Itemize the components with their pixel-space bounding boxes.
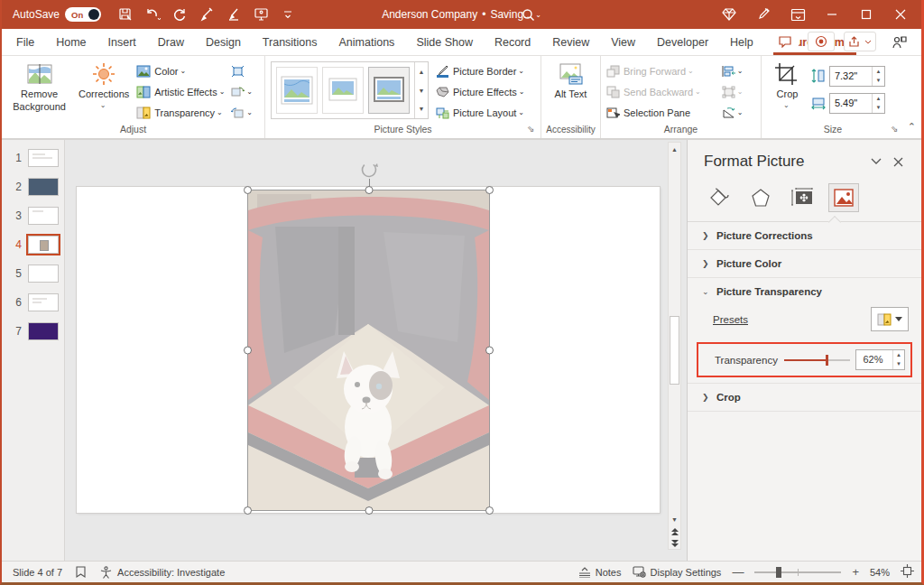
picture-style-thumb[interactable] bbox=[322, 67, 364, 114]
effects-tab-pentagon-icon[interactable] bbox=[745, 183, 776, 212]
search-icon[interactable] bbox=[516, 4, 540, 25]
alt-text-button[interactable]: Alt Text bbox=[549, 60, 594, 123]
designer-icon[interactable] bbox=[716, 1, 743, 28]
slide-thumbnail-1[interactable]: 1 bbox=[2, 149, 64, 167]
slide-thumbnail-6[interactable]: 6 bbox=[2, 293, 64, 311]
rotate-objects-icon[interactable]: ⌄ bbox=[722, 103, 755, 122]
gallery-more-icon[interactable]: ▼ bbox=[415, 99, 428, 118]
section-picture-color[interactable]: ❯ Picture Color bbox=[688, 250, 921, 278]
gallery-down-icon[interactable]: ▼ bbox=[415, 81, 428, 100]
reset-picture-icon[interactable]: ⌄ bbox=[231, 103, 259, 122]
fit-to-window-icon[interactable] bbox=[901, 564, 914, 580]
slide-thumb-image[interactable] bbox=[28, 178, 59, 196]
slider-handle[interactable] bbox=[826, 355, 828, 366]
redo-icon[interactable] bbox=[168, 3, 191, 26]
picture-styles-gallery[interactable]: ▲ ▼ ▼ bbox=[271, 61, 429, 119]
presets-dropdown[interactable] bbox=[871, 307, 909, 331]
rotate-handle-icon[interactable] bbox=[359, 160, 379, 180]
maximize-button[interactable] bbox=[853, 1, 880, 28]
section-crop[interactable]: ❯ Crop bbox=[688, 383, 921, 412]
tab-review[interactable]: Review bbox=[541, 29, 600, 55]
tab-home[interactable]: Home bbox=[45, 29, 97, 55]
size-dialog-launcher-icon[interactable]: ⇘ bbox=[891, 125, 901, 135]
scrollbar-track[interactable] bbox=[669, 155, 680, 513]
display-settings-button[interactable]: Display Settings bbox=[633, 566, 722, 578]
spell-check-icon[interactable] bbox=[75, 566, 87, 579]
picture-style-thumb[interactable] bbox=[276, 67, 318, 114]
picture-tab-icon[interactable] bbox=[828, 183, 859, 212]
slide-thumbnail-2[interactable]: 2 bbox=[2, 178, 64, 196]
panel-chevron-down-icon[interactable] bbox=[865, 153, 887, 171]
height-value[interactable]: 7.32" bbox=[830, 67, 872, 86]
slide-thumbnail-5[interactable]: 5 bbox=[2, 265, 64, 283]
next-slide-icon[interactable] bbox=[669, 537, 680, 549]
format-painter-icon[interactable] bbox=[195, 3, 218, 26]
tab-transitions[interactable]: Transitions bbox=[252, 29, 328, 55]
width-spinner[interactable]: 5.49" ▲▼ bbox=[829, 93, 885, 114]
notes-button[interactable]: Notes bbox=[578, 567, 622, 578]
transparency-button[interactable]: Transparency ⌄ bbox=[136, 103, 227, 122]
slide-thumbnail-4-selected[interactable]: 4 bbox=[2, 236, 64, 254]
resize-handle-sw[interactable] bbox=[244, 506, 252, 515]
slide-thumbnail-7[interactable]: 7 bbox=[2, 322, 64, 340]
section-picture-corrections[interactable]: ❯ Picture Corrections bbox=[688, 222, 921, 250]
resize-handle-se[interactable] bbox=[485, 506, 494, 515]
picture-layout-button[interactable]: Picture Layout ⌄ bbox=[436, 103, 533, 122]
width-up-icon[interactable]: ▲ bbox=[873, 94, 884, 104]
tab-animations[interactable]: Animations bbox=[328, 29, 406, 55]
picture-border-button[interactable]: Picture Border ⌄ bbox=[436, 61, 533, 80]
tab-help[interactable]: Help bbox=[719, 29, 764, 55]
gallery-scroll[interactable]: ▲ ▼ ▼ bbox=[414, 62, 428, 118]
color-button[interactable]: Color ⌄ bbox=[136, 61, 227, 80]
gallery-up-icon[interactable]: ▲ bbox=[415, 62, 428, 81]
bring-forward-button[interactable]: Bring Forward ⌄ bbox=[606, 61, 718, 80]
tab-file[interactable]: File bbox=[2, 29, 45, 55]
presenter-coach-icon[interactable] bbox=[885, 32, 912, 51]
section-picture-transparency[interactable]: ⌄ Picture Transparency bbox=[688, 278, 921, 305]
slide-thumb-image[interactable] bbox=[28, 207, 59, 225]
tab-draw[interactable]: Draw bbox=[147, 29, 195, 55]
tab-insert[interactable]: Insert bbox=[97, 29, 147, 55]
value-down-icon[interactable]: ▼ bbox=[893, 360, 904, 369]
picture-styles-dialog-launcher-icon[interactable]: ⇘ bbox=[527, 125, 538, 135]
tab-slide-show[interactable]: Slide Show bbox=[405, 29, 484, 55]
align-objects-icon[interactable]: ⌄ bbox=[722, 61, 755, 80]
record-button-icon[interactable] bbox=[808, 32, 835, 51]
close-button[interactable] bbox=[887, 1, 914, 28]
tab-design[interactable]: Design bbox=[195, 29, 252, 55]
compress-pictures-icon[interactable] bbox=[231, 61, 259, 80]
transparency-value[interactable]: 62% bbox=[856, 350, 892, 369]
slide-thumb-image[interactable] bbox=[28, 236, 59, 254]
resize-handle-w[interactable] bbox=[244, 347, 252, 355]
slide-indicator[interactable]: Slide 4 of 7 bbox=[13, 567, 62, 578]
crop-button[interactable]: Crop ⌄ bbox=[767, 60, 808, 123]
zoom-slider[interactable] bbox=[754, 567, 841, 578]
vertical-scrollbar[interactable]: ▲ ▼ bbox=[668, 142, 681, 550]
artistic-effects-button[interactable]: Artistic Effects ⌄ bbox=[136, 82, 227, 101]
slide-thumb-image[interactable] bbox=[28, 293, 59, 311]
zoom-in-button[interactable]: + bbox=[852, 565, 859, 579]
zoom-percentage[interactable]: 54% bbox=[870, 567, 890, 578]
height-down-icon[interactable]: ▼ bbox=[873, 77, 884, 86]
previous-slide-icon[interactable] bbox=[669, 525, 680, 537]
accessibility-status[interactable]: Accessibility: Investigate bbox=[99, 566, 225, 579]
scroll-down-icon[interactable]: ▼ bbox=[669, 513, 680, 525]
corrections-button[interactable]: Corrections ⌄ bbox=[75, 60, 133, 123]
transparency-value-spinner[interactable]: 62% ▲▼ bbox=[855, 349, 905, 370]
resize-handle-s[interactable] bbox=[365, 506, 373, 515]
send-backward-button[interactable]: Send Backward ⌄ bbox=[606, 82, 718, 101]
zoom-out-button[interactable]: — bbox=[732, 565, 744, 579]
qat-overflow-icon[interactable] bbox=[276, 3, 300, 26]
scrollbar-thumb[interactable] bbox=[670, 316, 679, 385]
size-properties-tab-icon[interactable] bbox=[787, 183, 818, 212]
group-objects-icon[interactable]: ⌄ bbox=[722, 82, 755, 101]
picture-effects-button[interactable]: Picture Effects ⌄ bbox=[436, 82, 533, 101]
resize-handle-n[interactable] bbox=[365, 186, 373, 194]
resize-handle-ne[interactable] bbox=[485, 186, 494, 194]
width-down-icon[interactable]: ▼ bbox=[873, 104, 884, 113]
tab-view[interactable]: View bbox=[600, 29, 646, 55]
slide-thumb-image[interactable] bbox=[28, 149, 59, 167]
ribbon-display-options-icon[interactable] bbox=[784, 1, 811, 28]
resize-handle-nw[interactable] bbox=[244, 186, 252, 194]
tab-record[interactable]: Record bbox=[484, 29, 541, 55]
